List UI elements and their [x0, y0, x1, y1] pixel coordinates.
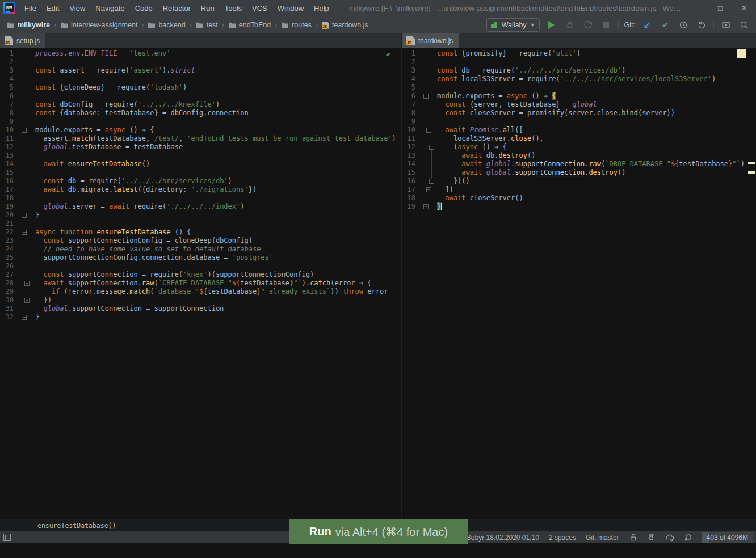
fold-end-marker[interactable]	[423, 204, 429, 209]
line-number[interactable]: 14	[0, 160, 14, 168]
line-number[interactable]: 6	[402, 92, 415, 100]
code-line[interactable]: 11 localS3Server.close(),	[402, 134, 756, 143]
breadcrumb-item-test[interactable]: test	[195, 21, 219, 29]
code-line[interactable]: 26	[0, 262, 401, 270]
breadcrumb-item-interview-assignment[interactable]: interview-assignment	[59, 21, 138, 29]
menu-tools[interactable]: Tools	[220, 4, 247, 12]
line-number[interactable]: 10	[402, 126, 415, 134]
line-number[interactable]: 9	[402, 117, 415, 126]
line-number[interactable]: 23	[0, 236, 14, 245]
menu-help[interactable]: Help	[309, 4, 334, 12]
fold-start-marker[interactable]	[426, 128, 431, 133]
run-anything-button[interactable]	[720, 19, 732, 31]
line-number[interactable]: 27	[0, 270, 14, 279]
event-log[interactable]	[684, 533, 692, 542]
breadcrumb-item-routes[interactable]: routes	[280, 21, 313, 29]
fold-end-marker[interactable]	[24, 298, 30, 303]
settings-sync[interactable]	[665, 533, 674, 542]
warning-stripe-mark[interactable]	[748, 171, 755, 174]
code-editor-setup[interactable]: 1process.env.ENV_FILE = 'test.env'23cons…	[0, 48, 401, 519]
code-line[interactable]: 27 const supportConnection = require('kn…	[0, 270, 401, 279]
line-number[interactable]: 25	[0, 253, 14, 262]
menu-window[interactable]: Window	[272, 4, 309, 12]
scope-breadcrumb[interactable]: ensureTestDatabase()	[37, 522, 116, 530]
code-line[interactable]: 32}	[0, 313, 401, 322]
line-number[interactable]: 3	[0, 66, 14, 75]
code-line[interactable]: 12 (async () ⇒ {	[402, 143, 756, 151]
code-line[interactable]: 17 await db.migrate.latest({directory: '…	[0, 185, 401, 194]
line-number[interactable]: 26	[0, 262, 14, 270]
menu-file[interactable]: File	[19, 4, 41, 12]
line-number[interactable]: 28	[0, 279, 14, 288]
line-number[interactable]: 17	[0, 185, 14, 194]
line-number[interactable]: 15	[0, 168, 14, 177]
line-number[interactable]: 18	[0, 194, 14, 202]
warning-stripe-mark[interactable]	[748, 162, 755, 164]
run-configuration-select[interactable]: Wallaby ▼	[486, 18, 540, 32]
code-line[interactable]: 13	[0, 151, 401, 160]
stop-button[interactable]	[600, 19, 612, 31]
fold-start-marker[interactable]	[22, 128, 27, 133]
menu-vcs[interactable]: VCS	[247, 4, 272, 12]
code-line[interactable]: 14 await global.supportConnection.raw(`D…	[402, 160, 756, 168]
line-number[interactable]: 17	[402, 185, 415, 194]
code-line[interactable]: 2	[0, 58, 401, 66]
menu-navigate[interactable]: Navigate	[90, 4, 129, 12]
inspections-ok-icon[interactable]: ✔✔	[386, 50, 398, 58]
code-line[interactable]: 8const {database: testDatabase} = dbConf…	[0, 109, 401, 117]
code-line[interactable]: 22async function ensureTestDatabase () {	[0, 228, 401, 236]
line-number[interactable]: 4	[402, 75, 415, 83]
run-with-coverage-button[interactable]	[582, 19, 594, 31]
code-line[interactable]: 16 const db = require('../../../src/serv…	[0, 177, 401, 185]
line-number[interactable]: 31	[0, 305, 14, 313]
rollback-button[interactable]	[695, 19, 708, 31]
code-line[interactable]: 5	[402, 83, 756, 92]
close-button[interactable]: ×	[732, 0, 756, 16]
line-number[interactable]: 1	[0, 49, 14, 58]
fold-end-marker[interactable]	[22, 315, 27, 320]
minimize-button[interactable]: —	[684, 0, 708, 16]
code-line[interactable]: 24 // need to have some value so set to …	[0, 245, 401, 253]
line-number[interactable]: 3	[402, 66, 415, 75]
code-line[interactable]: 30 })	[0, 296, 401, 305]
line-number[interactable]: 5	[402, 83, 415, 92]
code-line[interactable]: 7 const {server, testDatabase} = global	[402, 100, 756, 109]
fold-start-marker[interactable]	[24, 281, 30, 286]
code-line[interactable]: 4const localS3Server = require('../../..…	[402, 75, 756, 83]
inspections-profile[interactable]	[647, 533, 656, 542]
breadcrumb-item-milkywire[interactable]: milkywire	[6, 21, 51, 29]
menu-code[interactable]: Code	[130, 4, 158, 12]
code-line[interactable]: 18	[0, 194, 401, 202]
code-line[interactable]: 17 ])	[402, 185, 756, 194]
line-number[interactable]: 16	[0, 177, 14, 185]
code-line[interactable]: 1const {promisify} = require('util')	[402, 49, 756, 58]
maximize-button[interactable]: □	[708, 0, 732, 16]
line-number[interactable]: 2	[402, 58, 415, 66]
line-number[interactable]: 19	[402, 202, 415, 211]
line-number[interactable]: 22	[0, 228, 14, 236]
git-update-button[interactable]: ↙	[641, 19, 653, 31]
line-number[interactable]: 15	[402, 168, 415, 177]
breadcrumb-item-teardown-js[interactable]: JSteardown.js	[321, 21, 369, 29]
fold-end-marker[interactable]	[22, 213, 27, 218]
code-line[interactable]: 10module.exports = async () ⇒ {	[0, 126, 401, 134]
code-line[interactable]: 23 const supportConnectionConfig = clone…	[0, 236, 401, 245]
memory-indicator[interactable]: 403 of 4096M	[702, 532, 753, 543]
line-number[interactable]: 30	[0, 296, 14, 305]
menu-run[interactable]: Run	[196, 4, 220, 12]
menu-edit[interactable]: Edit	[41, 4, 64, 12]
code-line[interactable]: 21	[0, 219, 401, 228]
code-line[interactable]: 16 })()	[402, 177, 756, 185]
debug-button[interactable]	[564, 19, 576, 31]
tab-teardown-js[interactable]: JS teardown.js	[402, 33, 459, 48]
inspections-warning-indicator[interactable]	[737, 49, 746, 58]
code-line[interactable]: 3const db = require('../../../src/servic…	[402, 66, 756, 75]
line-number[interactable]: 20	[0, 211, 14, 219]
line-number[interactable]: 13	[0, 151, 14, 160]
menu-view[interactable]: View	[64, 4, 90, 12]
git-commit-button[interactable]: ✔	[659, 19, 671, 31]
code-line[interactable]: 19}	[402, 202, 756, 211]
code-line[interactable]: 9	[0, 117, 401, 126]
search-everywhere-button[interactable]	[738, 19, 750, 31]
fold-start-marker[interactable]	[22, 230, 27, 235]
